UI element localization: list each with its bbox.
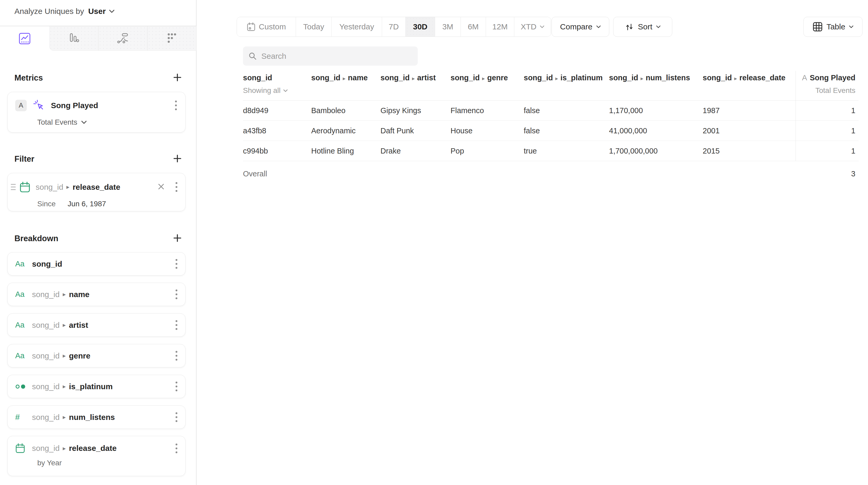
sort-button[interactable]: Sort bbox=[613, 17, 672, 37]
search-icon bbox=[248, 52, 257, 61]
breakdown-card-artist[interactable]: Aa song_id ▸ artist bbox=[7, 313, 186, 337]
cell-genre: House bbox=[451, 126, 524, 135]
view-type-button[interactable]: Table bbox=[803, 17, 863, 37]
range-today[interactable]: Today bbox=[296, 17, 332, 36]
breakdown-menu-button[interactable] bbox=[174, 380, 180, 393]
breakdown-card-genre[interactable]: Aa song_id ▸ genre bbox=[7, 344, 186, 367]
breakdown-card-num-listens[interactable]: # song_id ▸ num_listens bbox=[7, 405, 186, 429]
search-input[interactable] bbox=[261, 52, 412, 61]
chart-type-tabs bbox=[0, 26, 196, 51]
cell-release-date: 2001 bbox=[703, 126, 796, 135]
breakdown-bucket-label[interactable]: by Year bbox=[37, 459, 185, 473]
table-row: a43fb8 Aerodynamic Daft Punk House false… bbox=[243, 121, 859, 141]
table-overall-row: Overall 3 bbox=[243, 161, 859, 187]
breakdown-menu-button[interactable] bbox=[174, 410, 180, 424]
tab-flow[interactable] bbox=[98, 26, 147, 51]
showing-all-dropdown[interactable]: Showing all bbox=[243, 86, 311, 95]
range-7d[interactable]: 7D bbox=[382, 17, 405, 36]
range-12m[interactable]: 12M bbox=[486, 17, 514, 36]
metrics-section-header: Metrics bbox=[7, 71, 186, 84]
line-chart-icon bbox=[18, 32, 31, 46]
tab-bar-chart[interactable] bbox=[49, 26, 98, 51]
cell-name: Hotline Bling bbox=[311, 147, 380, 155]
add-breakdown-button[interactable] bbox=[169, 232, 186, 245]
breakdown-menu-button[interactable] bbox=[174, 349, 180, 363]
text-type-icon: Aa bbox=[15, 352, 27, 360]
chevron-down-icon bbox=[540, 25, 545, 29]
breakdown-menu-button[interactable] bbox=[174, 318, 180, 332]
filter-card[interactable]: song_id ▸ release_date Since Jun 6, 1987 bbox=[7, 173, 186, 211]
add-metric-button[interactable] bbox=[169, 71, 186, 84]
chevron-down-icon bbox=[596, 25, 601, 29]
chevron-down-icon bbox=[283, 89, 288, 92]
range-6m[interactable]: 6M bbox=[461, 17, 486, 36]
metric-menu-button[interactable] bbox=[173, 98, 179, 112]
cell-genre: Flamenco bbox=[451, 106, 524, 115]
breakdown-card-release-date[interactable]: song_id ▸ release_date by Year bbox=[7, 436, 186, 476]
cell-release-date: 1987 bbox=[703, 106, 796, 115]
breakdown-menu-button[interactable] bbox=[174, 442, 180, 455]
breakdown-section-header: Breakdown bbox=[7, 232, 186, 245]
filter-condition[interactable]: Since Jun 6, 1987 bbox=[37, 200, 185, 208]
filter-operator: Since bbox=[37, 200, 56, 208]
breadcrumb-chevron-icon: ▸ bbox=[63, 414, 66, 421]
cell-metric-value: 1 bbox=[796, 100, 859, 120]
column-header-metric: ASong Played Total Events bbox=[796, 71, 859, 100]
text-type-icon: Aa bbox=[15, 290, 27, 299]
tab-funnel-dots[interactable] bbox=[147, 26, 196, 51]
column-header-release-date: song_id▸release_date bbox=[703, 71, 796, 82]
column-header-song-id: song_id Showing all bbox=[243, 71, 311, 95]
filter-section-header: Filter bbox=[7, 152, 186, 165]
analyze-entity-dropdown[interactable]: User bbox=[88, 7, 115, 16]
metrics-title: Metrics bbox=[7, 73, 43, 83]
range-yesterday[interactable]: Yesterday bbox=[332, 17, 382, 36]
remove-filter-button[interactable] bbox=[156, 181, 166, 193]
metric-event-name: Song Played bbox=[51, 101, 98, 110]
breadcrumb-chevron-icon: ▸ bbox=[63, 352, 66, 359]
overall-label: Overall bbox=[243, 170, 311, 178]
range-custom[interactable]: Custom bbox=[237, 17, 296, 36]
column-header-is-platinum: song_id▸is_platinum bbox=[524, 71, 609, 82]
breakdown-table: song_id Showing all song_id▸name song_id… bbox=[243, 71, 859, 187]
breakdown-card-is-platinum[interactable]: song_id ▸ is_platinum bbox=[7, 375, 186, 398]
drag-handle-icon[interactable] bbox=[11, 184, 16, 190]
table-grid-icon bbox=[812, 22, 823, 32]
breadcrumb-chevron-icon: ▸ bbox=[63, 291, 66, 298]
breakdown-card-song-id[interactable]: Aa song_id bbox=[7, 252, 186, 276]
metric-aggregation-dropdown[interactable]: Total Events bbox=[37, 118, 185, 126]
cell-genre: Pop bbox=[451, 147, 524, 155]
compare-button[interactable]: Compare bbox=[552, 17, 609, 37]
cell-name: Aerodynamic bbox=[311, 126, 380, 135]
column-header-artist: song_id▸artist bbox=[380, 71, 451, 82]
calendar-icon bbox=[20, 181, 30, 193]
breadcrumb-chevron-icon: ▸ bbox=[63, 322, 66, 329]
report-content: Custom Today Yesterday 7D 30D 3M 6M 12M … bbox=[197, 0, 868, 485]
table-row: c994bb Hotline Bling Drake Pop true 1,70… bbox=[243, 141, 859, 161]
range-xtd[interactable]: XTD bbox=[514, 17, 551, 36]
cell-song-id: c994bb bbox=[243, 147, 311, 155]
date-range-picker: Custom Today Yesterday 7D 30D 3M 6M 12M … bbox=[237, 17, 551, 37]
funnel-dots-icon bbox=[165, 31, 179, 45]
breakdown-title: Breakdown bbox=[7, 234, 58, 243]
metric-badge: A bbox=[15, 100, 27, 111]
chevron-down-icon bbox=[656, 25, 661, 29]
cell-num-listens: 1,170,000 bbox=[609, 106, 703, 115]
range-3m[interactable]: 3M bbox=[435, 17, 461, 36]
calendar-icon bbox=[247, 22, 255, 31]
analyze-header: Analyze Uniques by User bbox=[14, 7, 115, 16]
filter-row: song_id ▸ release_date bbox=[11, 180, 180, 194]
filter-property: song_id ▸ release_date bbox=[36, 183, 120, 191]
metric-card[interactable]: A Song Played Total Events bbox=[7, 92, 186, 132]
table-header-row: song_id Showing all song_id▸name song_id… bbox=[243, 71, 859, 100]
text-type-icon: Aa bbox=[15, 260, 27, 268]
add-filter-button[interactable] bbox=[169, 152, 186, 165]
breakdown-menu-button[interactable] bbox=[174, 257, 180, 271]
breakdown-card-name[interactable]: Aa song_id ▸ name bbox=[7, 283, 186, 306]
cell-is-platinum: true bbox=[524, 147, 609, 155]
filter-menu-button[interactable] bbox=[174, 180, 180, 194]
breakdown-menu-button[interactable] bbox=[174, 287, 180, 301]
filter-title: Filter bbox=[7, 154, 34, 164]
range-30d[interactable]: 30D bbox=[405, 17, 435, 36]
column-header-name: song_id▸name bbox=[311, 71, 380, 82]
tab-line-chart[interactable] bbox=[0, 26, 49, 51]
